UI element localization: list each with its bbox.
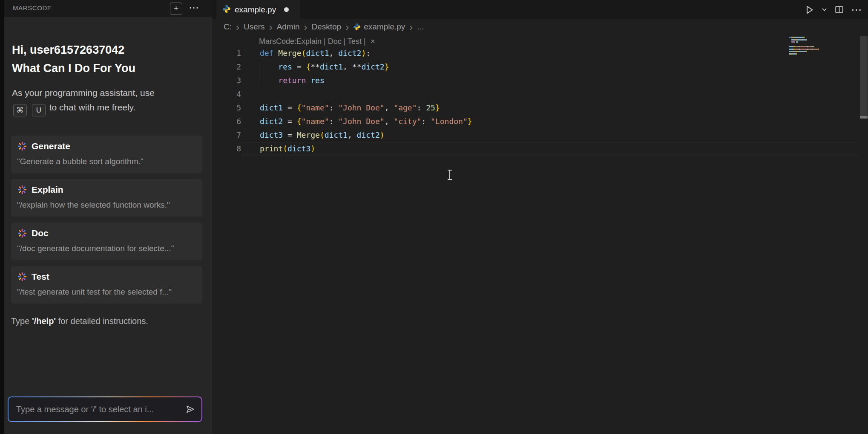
code-line-7[interactable]: 7dict3 = Merge(dict1, dict2) [212, 128, 859, 142]
sparkle-burst-icon [17, 185, 27, 195]
breadcrumb-item-[interactable]: ... [417, 22, 424, 32]
codelens-actions[interactable]: MarsCode:Explain | Doc | Test | [259, 37, 366, 46]
python-icon [222, 5, 231, 13]
breadcrumb-item-desktop[interactable]: Desktop [311, 22, 341, 32]
card-title: Explain [32, 185, 63, 195]
minimap[interactable] [789, 37, 859, 55]
run-icon[interactable] [804, 4, 815, 15]
minimap-line [789, 44, 859, 45]
greeting-line2: What Can I Do For You [12, 59, 135, 78]
intro-text: As your programming assistant, use ⌘ U t… [12, 86, 195, 116]
code-text: res = {**dict1, **dict2} [260, 60, 389, 74]
vertical-scrollbar[interactable] [860, 36, 868, 119]
breadcrumb: C:›Users›Admin›Desktop› example.py›... [212, 19, 868, 35]
python-icon [353, 23, 361, 31]
marscode-codelens[interactable]: MarsCode:Explain | Doc | Test | × [259, 37, 375, 46]
card-title: Test [32, 272, 49, 282]
breadcrumb-item-admin[interactable]: Admin [277, 22, 300, 32]
help-command: '/help' [32, 316, 56, 326]
minimap-line [789, 41, 859, 43]
code-line-8[interactable]: 8print(dict3) [212, 142, 859, 156]
code-text: def Merge(dict1, dict2): [260, 46, 371, 60]
greeting: Hi, user61572637042 What Can I Do For Yo… [12, 41, 135, 78]
tab-label: example.py [235, 5, 276, 14]
sidebar-title: MARSCODE [13, 4, 52, 12]
codelens-close-icon[interactable]: × [371, 37, 375, 46]
code-text: return res [260, 74, 325, 87]
card-description: "Generate a bubble sort algorithm." [17, 157, 144, 166]
code-line-6[interactable]: 6dict2 = {"name": "John Doe", "city": "L… [212, 115, 859, 128]
help-text: Type '/help' for detailed instructions. [11, 316, 148, 326]
chat-input-container [8, 396, 202, 422]
card-description: "/explain how the selected function work… [17, 200, 170, 210]
help-suffix: for detailed instructions. [56, 316, 148, 326]
code-text: dict3 = Merge(dict1, dict2) [260, 128, 385, 142]
line-number: 2 [212, 60, 241, 74]
tab-example-py[interactable]: example.py [216, 0, 300, 19]
breadcrumb-item-c[interactable]: C: [224, 22, 232, 32]
breadcrumb-label: ... [417, 22, 424, 32]
intro-line1: As your programming assistant, use [12, 88, 155, 98]
card-title: Generate [32, 141, 70, 151]
line-number: 8 [212, 142, 241, 156]
breadcrumb-label: Users [244, 22, 265, 32]
unsaved-dot-icon [284, 7, 289, 12]
activity-strip [0, 0, 4, 434]
card-description: "/doc generate documentation for selecte… [17, 244, 174, 253]
code-line-2[interactable]: 2 res = {**dict1, **dict2} [212, 60, 859, 74]
tab-bar: example.py ⋯ [212, 0, 868, 19]
breadcrumb-separator-icon: › [345, 23, 349, 31]
line-number: 4 [212, 87, 241, 101]
line-number: 5 [212, 101, 241, 115]
marscode-sidebar: MARSCODE + ⋯ Hi, user61572637042 What Ca… [0, 0, 212, 434]
run-dropdown-chevron-icon[interactable] [821, 6, 828, 13]
split-editor-icon[interactable] [834, 4, 845, 15]
breadcrumb-separator-icon: › [236, 23, 239, 31]
breadcrumb-separator-icon: › [269, 23, 273, 31]
mouse-ibeam-cursor [447, 170, 452, 181]
chat-input-box [9, 397, 201, 421]
command-card-explain[interactable]: Explain "/explain how the selected funct… [11, 179, 202, 217]
send-icon[interactable] [185, 404, 195, 414]
sidebar-header: MARSCODE + ⋯ [0, 0, 212, 17]
command-card-test[interactable]: Test "/test generate unit test for the s… [11, 266, 202, 304]
chat-message-input[interactable] [15, 404, 182, 415]
cmd-key: ⌘ [13, 104, 27, 116]
breadcrumb-item-examplepy[interactable]: example.py [353, 22, 405, 32]
command-card-generate[interactable]: Generate "Generate a bubble sort algorit… [11, 136, 202, 173]
command-card-doc[interactable]: Doc "/doc generate documentation for sel… [11, 223, 202, 260]
editor-more-icon[interactable]: ⋯ [851, 6, 862, 14]
minimap-line [789, 53, 859, 55]
line-number: 7 [212, 128, 241, 142]
minimap-line [789, 51, 859, 52]
line-number: 6 [212, 115, 241, 128]
breadcrumb-label: C: [224, 22, 232, 32]
code-line-5[interactable]: 5dict1 = {"name": "John Doe", "age": 25} [212, 101, 859, 115]
sparkle-burst-icon [17, 272, 27, 282]
minimap-line [789, 46, 859, 47]
sparkle-burst-icon [17, 228, 27, 238]
line-number: 1 [212, 46, 241, 60]
code-line-3[interactable]: 3 return res [212, 74, 859, 87]
sidebar-more-icon[interactable]: ⋯ [187, 2, 200, 14]
editor-area: example.py ⋯ C:›Users›Admin›Desktop› exa… [212, 0, 868, 434]
breadcrumb-label: Desktop [311, 22, 341, 32]
breadcrumb-separator-icon: › [304, 23, 307, 31]
breadcrumb-label: Admin [277, 22, 300, 32]
new-chat-icon[interactable]: + [170, 3, 182, 15]
code-editor[interactable]: 1def Merge(dict1, dict2):2 res = {**dict… [212, 46, 859, 156]
breadcrumb-separator-icon: › [409, 23, 413, 31]
code-text: print(dict3) [260, 142, 315, 156]
sparkle-burst-icon [17, 141, 27, 151]
line-number: 3 [212, 74, 241, 87]
minimap-line [789, 39, 859, 41]
code-line-4[interactable]: 4 [212, 87, 859, 101]
breadcrumb-item-users[interactable]: Users [244, 22, 265, 32]
code-text: dict2 = {"name": "John Doe", "city": "Lo… [260, 115, 472, 128]
code-line-1[interactable]: 1def Merge(dict1, dict2): [212, 46, 859, 60]
minimap-line [789, 37, 859, 38]
editor-actions: ⋯ [804, 0, 862, 19]
u-key: U [32, 104, 46, 116]
greeting-line1: Hi, user61572637042 [12, 41, 135, 59]
card-description: "/test generate unit test for the select… [17, 287, 172, 297]
